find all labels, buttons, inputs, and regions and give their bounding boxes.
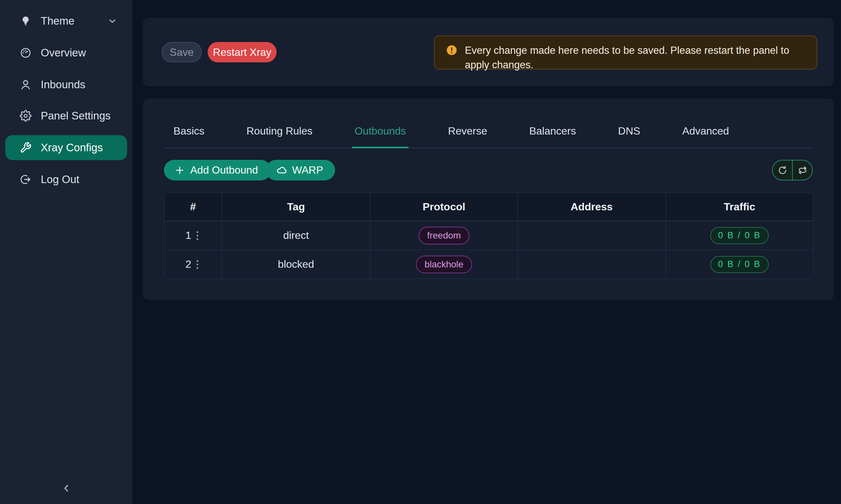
- column-header-protocol: Protocol: [371, 193, 518, 221]
- tag-cell: direct: [222, 221, 371, 250]
- gauge-icon: [20, 47, 32, 59]
- traffic-cell: 0 B / 0 B: [666, 221, 813, 250]
- tab-outbounds[interactable]: Outbounds: [355, 125, 406, 148]
- add-outbound-label: Add Outbound: [190, 164, 258, 176]
- warp-button[interactable]: WARP: [266, 160, 335, 180]
- traffic-badge: 0 B / 0 B: [710, 227, 769, 244]
- sidebar-item-label: Overview: [41, 47, 86, 59]
- sidebar-item-label: Log Out: [41, 173, 79, 186]
- tab-balancers[interactable]: Balancers: [529, 125, 576, 148]
- protocol-cell: blackhole: [371, 250, 518, 278]
- outbounds-table: # Tag Protocol Address Traffic 1 direct: [164, 193, 813, 279]
- tab-reverse[interactable]: Reverse: [448, 125, 487, 148]
- tag-cell: blocked: [222, 250, 371, 278]
- chevron-left-icon: [61, 483, 72, 494]
- traffic-badge: 0 B / 0 B: [710, 256, 769, 273]
- sidebar-item-label: Panel Settings: [41, 110, 111, 122]
- sidebar-item-label: Xray Configs: [41, 141, 103, 154]
- outbounds-actions-row: Add Outbound WARP: [164, 160, 813, 180]
- protocol-badge: freedom: [418, 227, 469, 245]
- gear-icon: [20, 110, 32, 122]
- tab-routing-rules[interactable]: Routing Rules: [246, 125, 312, 148]
- row-index-cell: 2: [165, 250, 222, 278]
- restart-label: Restart Xray: [213, 46, 271, 58]
- sidebar: Theme Overview: [0, 0, 132, 504]
- theme-selector[interactable]: Theme: [5, 8, 127, 34]
- logout-icon: [20, 174, 32, 185]
- user-icon: [20, 79, 32, 91]
- config-tabbar: Basics Routing Rules Outbounds Reverse B…: [164, 98, 814, 148]
- tab-dns[interactable]: DNS: [618, 125, 640, 148]
- restart-warning-alert: Every change made here needs to be saved…: [434, 35, 817, 70]
- column-header-index: #: [165, 193, 222, 221]
- repeat-icon: [797, 165, 807, 175]
- sidebar-item-log-out[interactable]: Log Out: [5, 167, 127, 192]
- row-number: 2: [186, 258, 191, 270]
- sidebar-item-panel-settings[interactable]: Panel Settings: [5, 103, 127, 128]
- theme-label: Theme: [41, 15, 74, 27]
- main-content: Save Restart Xray Every change made here…: [132, 0, 841, 504]
- row-menu-icon[interactable]: [196, 259, 201, 270]
- refresh-button-group: [772, 160, 813, 180]
- cloud-icon: [276, 165, 287, 176]
- column-header-tag: Tag: [222, 193, 371, 221]
- repeat-button[interactable]: [792, 160, 812, 180]
- sync-icon: [777, 165, 787, 175]
- row-index-cell: 1: [165, 221, 222, 250]
- reload-button[interactable]: [773, 160, 792, 180]
- chevron-down-icon: [107, 16, 117, 26]
- sidebar-item-inbounds[interactable]: Inbounds: [5, 72, 127, 97]
- row-number: 1: [186, 229, 191, 241]
- save-label: Save: [170, 46, 194, 58]
- protocol-cell: freedom: [371, 221, 518, 250]
- plus-icon: [174, 165, 185, 176]
- restart-xray-button[interactable]: Restart Xray: [208, 42, 277, 62]
- alert-text: Every change made here needs to be saved…: [465, 43, 800, 72]
- add-outbound-button[interactable]: Add Outbound: [164, 160, 271, 180]
- warp-label: WARP: [292, 164, 323, 176]
- lightbulb-icon: [20, 15, 32, 27]
- save-button[interactable]: Save: [161, 42, 202, 62]
- address-cell: [518, 250, 666, 278]
- warning-icon: [446, 44, 458, 56]
- address-cell: [518, 221, 666, 250]
- toolbar-card: Save Restart Xray Every change made here…: [143, 18, 834, 86]
- tab-basics[interactable]: Basics: [173, 125, 204, 148]
- column-header-traffic: Traffic: [666, 193, 813, 221]
- tab-advanced[interactable]: Advanced: [682, 125, 729, 148]
- row-menu-icon[interactable]: [196, 230, 201, 241]
- sidebar-item-label: Inbounds: [41, 78, 85, 91]
- sidebar-item-xray-configs[interactable]: Xray Configs: [5, 135, 127, 160]
- wrench-icon: [20, 142, 32, 154]
- sidebar-item-overview[interactable]: Overview: [5, 40, 127, 65]
- column-header-address: Address: [518, 193, 666, 221]
- traffic-cell: 0 B / 0 B: [666, 250, 813, 278]
- xray-config-card: Basics Routing Rules Outbounds Reverse B…: [143, 98, 834, 300]
- sidebar-collapse-button[interactable]: [58, 480, 74, 496]
- protocol-badge: blackhole: [416, 256, 472, 273]
